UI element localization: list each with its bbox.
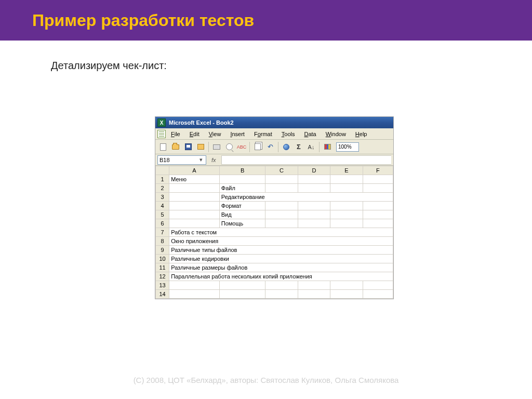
cell[interactable] (330, 175, 363, 184)
menu-format[interactable]: Format (250, 130, 276, 138)
cell[interactable] (330, 281, 363, 290)
permission-button[interactable] (195, 141, 206, 153)
row-header[interactable]: 14 (156, 290, 169, 299)
row-header[interactable]: 1 (156, 175, 169, 184)
cell[interactable] (265, 290, 298, 299)
cell[interactable] (298, 281, 330, 290)
cell[interactable] (298, 210, 330, 219)
fx-label[interactable]: fx (208, 157, 219, 163)
cell[interactable] (169, 219, 220, 228)
chart-button[interactable] (322, 141, 333, 153)
cell[interactable]: Файл (219, 184, 265, 193)
cell[interactable] (169, 210, 220, 219)
cell[interactable] (298, 184, 330, 193)
menu-tools[interactable]: Tools (277, 130, 299, 138)
cell[interactable] (330, 219, 363, 228)
menu-edit[interactable]: Edit (185, 130, 204, 138)
cell[interactable] (298, 219, 330, 228)
cell[interactable]: Различные типы файлов (169, 246, 393, 255)
cell[interactable]: Работа с текстом (169, 228, 393, 237)
cell[interactable] (298, 202, 330, 210)
cell[interactable]: Меню (169, 175, 220, 184)
cell[interactable]: Параллельная работа нескольких копий при… (169, 272, 393, 281)
menu-file[interactable]: File (167, 130, 184, 138)
cell[interactable] (265, 175, 298, 184)
cell[interactable] (169, 193, 220, 202)
cell[interactable] (265, 202, 298, 210)
save-button[interactable] (182, 141, 194, 153)
row-header[interactable]: 3 (156, 193, 169, 202)
cell[interactable]: Редактирование (219, 193, 393, 202)
cell[interactable] (363, 290, 393, 299)
menu-insert[interactable]: Insert (226, 130, 249, 138)
formula-input[interactable] (221, 155, 391, 165)
row-header[interactable]: 11 (156, 263, 169, 272)
menu-window[interactable]: Window (322, 130, 350, 138)
cell[interactable]: Помощь (219, 219, 265, 228)
col-header-F[interactable]: F (363, 166, 393, 175)
cell[interactable] (265, 281, 298, 290)
cell[interactable]: Различные кодировки (169, 255, 393, 263)
cell[interactable] (363, 202, 393, 210)
cell[interactable]: Формат (219, 202, 265, 210)
cell[interactable] (219, 290, 265, 299)
cell[interactable] (265, 219, 298, 228)
row-header[interactable]: 13 (156, 281, 169, 290)
cell[interactable]: Вид (219, 210, 265, 219)
cell[interactable] (298, 290, 330, 299)
sort-button[interactable]: A↓ (305, 141, 317, 153)
cell[interactable] (219, 281, 265, 290)
cell[interactable] (363, 184, 393, 193)
chevron-down-icon[interactable]: ▾ (198, 156, 204, 163)
excel-titlebar[interactable]: X Microsoft Excel - Book2 (155, 117, 393, 128)
cell[interactable]: Различные размеры файлов (169, 263, 393, 272)
cell[interactable] (330, 210, 363, 219)
spreadsheet-grid[interactable]: A B C D E F 1Меню2Файл3Редактирование4Фо… (155, 166, 393, 299)
cell[interactable] (363, 219, 393, 228)
row-header[interactable]: 12 (156, 272, 169, 281)
cell[interactable] (330, 290, 363, 299)
menu-data[interactable]: Data (300, 130, 320, 138)
copy-button[interactable] (252, 141, 263, 153)
cell[interactable] (363, 281, 393, 290)
col-header-E[interactable]: E (330, 166, 363, 175)
menu-help[interactable]: Help (351, 130, 371, 138)
cell[interactable] (330, 202, 363, 210)
menu-view[interactable]: View (205, 130, 225, 138)
col-header-B[interactable]: B (219, 166, 265, 175)
cell[interactable] (169, 290, 220, 299)
cell[interactable]: Окно приложения (169, 237, 393, 246)
cell[interactable] (298, 175, 330, 184)
new-button[interactable] (157, 141, 169, 153)
cell[interactable] (363, 175, 393, 184)
row-header[interactable]: 2 (156, 184, 169, 193)
row-header[interactable]: 4 (156, 202, 169, 210)
excel-doc-icon[interactable] (157, 130, 166, 138)
select-all-corner[interactable] (156, 166, 169, 175)
cell[interactable] (169, 184, 220, 193)
cell[interactable] (265, 184, 298, 193)
cell[interactable] (363, 210, 393, 219)
row-header[interactable]: 6 (156, 219, 169, 228)
undo-button[interactable]: ↶ (264, 141, 276, 153)
row-header[interactable]: 7 (156, 228, 169, 237)
col-header-D[interactable]: D (298, 166, 330, 175)
cell[interactable] (219, 175, 265, 184)
hyperlink-button[interactable] (281, 141, 292, 153)
open-button[interactable] (170, 141, 181, 153)
col-header-C[interactable]: C (265, 166, 298, 175)
cell[interactable] (330, 184, 363, 193)
row-header[interactable]: 9 (156, 246, 169, 255)
autosum-button[interactable]: Σ (293, 141, 304, 153)
col-header-A[interactable]: A (169, 166, 220, 175)
row-header[interactable]: 8 (156, 237, 169, 246)
preview-button[interactable] (223, 141, 235, 153)
cell[interactable] (265, 210, 298, 219)
zoom-combo[interactable]: 100% (336, 142, 359, 152)
row-header[interactable]: 10 (156, 255, 169, 263)
cell[interactable] (169, 202, 220, 210)
print-button[interactable] (211, 141, 222, 153)
spelling-button[interactable]: ABC (236, 141, 247, 153)
name-box[interactable]: B18 ▾ (157, 155, 206, 165)
row-header[interactable]: 5 (156, 210, 169, 219)
